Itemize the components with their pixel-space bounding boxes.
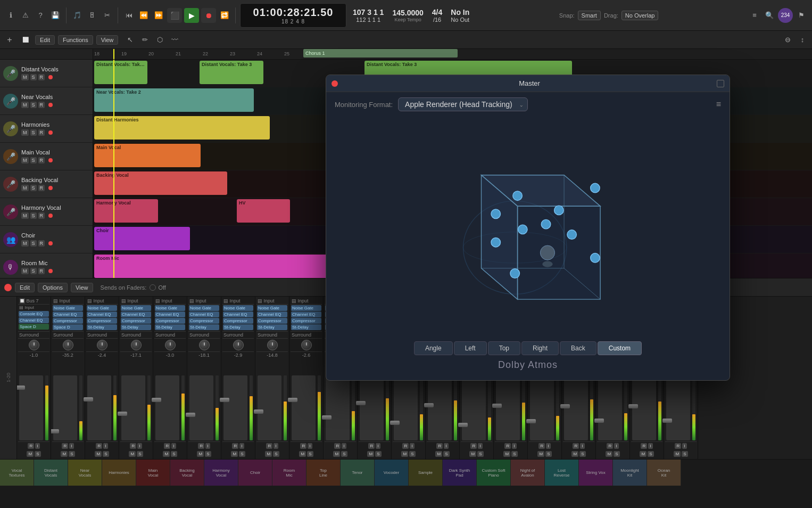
marquee-tool[interactable]: ⬡	[153, 34, 166, 46]
ch6-fx[interactable]: Noise GateChannel EQCompressorSt-Delay	[222, 305, 254, 332]
automation-tool[interactable]: 〰	[168, 34, 181, 46]
bottom-label-11[interactable]: Vocoder	[375, 460, 409, 486]
ch3-pan-knob[interactable]	[131, 340, 142, 350]
ch7-fx[interactable]: Noise GateChannel EQCompressorSt-Delay	[256, 305, 288, 332]
ch2-pan-knob[interactable]	[97, 340, 107, 350]
ch11-m-btn[interactable]: M	[401, 451, 408, 457]
fx-st-delay[interactable]: St-Delay	[121, 324, 151, 330]
ch6-fader[interactable]	[222, 358, 254, 441]
ch16-s-btn[interactable]: S	[579, 451, 585, 457]
ch6-fader-track[interactable]	[223, 375, 247, 440]
flag-icon[interactable]: ⚑	[795, 9, 808, 22]
bottom-label-0[interactable]: Vocal Textures	[0, 460, 34, 486]
ch4-fader-track[interactable]	[155, 375, 179, 440]
ch1-fader[interactable]	[52, 358, 84, 441]
ch11-r-btn[interactable]: R	[402, 443, 409, 449]
view-angle-btn[interactable]: Angle	[414, 341, 453, 355]
sends-toggle[interactable]: Off	[150, 284, 165, 291]
speaker-dot-5[interactable]	[491, 237, 501, 247]
ch4-pan[interactable]	[154, 339, 186, 352]
scroll-left-icon[interactable]	[4, 284, 12, 291]
ch15-r-btn[interactable]: R	[538, 443, 545, 449]
ch8-pan-knob[interactable]	[301, 340, 312, 350]
ch5-i-btn[interactable]: I	[205, 443, 210, 449]
ch12-fader-track[interactable]	[428, 375, 452, 440]
view-back-btn[interactable]: Back	[560, 341, 596, 355]
solo-btn-distant[interactable]: S	[30, 74, 37, 80]
fx-channel-eq[interactable]: Channel EQ	[121, 312, 151, 317]
bottom-label-15[interactable]: Night of Avalon	[511, 460, 545, 486]
view-custom-btn[interactable]: Custom	[598, 341, 642, 355]
mute-btn-distant[interactable]: M	[21, 74, 29, 80]
edit-button[interactable]: Edit	[35, 35, 55, 45]
ch19-s-btn[interactable]: S	[682, 451, 687, 457]
ch15-s-btn[interactable]: S	[545, 451, 551, 457]
track-header-backing-vocal[interactable]: 🎤 Backing Vocal M S R	[0, 170, 93, 198]
ch0-fx[interactable]: Console EQ Channel EQ Space D	[18, 310, 49, 332]
ch9-r-btn[interactable]: R	[334, 443, 341, 449]
ch16-fader-handle[interactable]	[560, 404, 570, 408]
list-icon[interactable]: ≡	[748, 9, 761, 22]
speaker-dot-2[interactable]	[513, 191, 523, 201]
save-icon[interactable]: 💾	[49, 9, 62, 22]
ch10-fader-track[interactable]	[360, 375, 384, 440]
fast-forward-icon[interactable]: ⏩	[152, 9, 165, 22]
ch11-fader-handle[interactable]	[390, 421, 400, 425]
ch17-fader-handle[interactable]	[594, 419, 604, 423]
ch3-fader-handle[interactable]	[118, 412, 127, 416]
record-btn-harmony[interactable]: R	[38, 212, 45, 219]
fx-channel-eq[interactable]: Channel EQ	[189, 312, 219, 317]
ch12-fader-handle[interactable]	[424, 403, 434, 407]
ch2-fader-track[interactable]	[87, 375, 111, 440]
fx-channel-eq[interactable]: Channel EQ	[155, 312, 185, 317]
record-btn-harmonies[interactable]: R	[38, 129, 45, 136]
ch8-fader-track[interactable]	[292, 375, 316, 440]
track-header-harmony-vocal[interactable]: 🎤 Harmony Vocal M S R	[0, 198, 93, 226]
ch8-s-btn[interactable]: S	[307, 451, 313, 457]
scissors-icon[interactable]: ✂	[101, 9, 113, 22]
ch0-fader-track[interactable]	[19, 375, 43, 440]
ch6-i-btn[interactable]: I	[239, 443, 244, 449]
ch4-fader[interactable]	[154, 358, 186, 441]
fx-st-delay[interactable]: St-Delay	[155, 324, 185, 330]
ch6-pan-knob[interactable]	[233, 340, 244, 350]
ch19-i-btn[interactable]: I	[682, 443, 686, 449]
ch2-pan[interactable]	[86, 339, 118, 352]
mute-btn-main[interactable]: M	[21, 157, 29, 163]
ch11-fader-track[interactable]	[394, 375, 418, 440]
view-top-btn[interactable]: Top	[488, 341, 520, 355]
ch7-fader-handle[interactable]	[254, 409, 263, 414]
fx-noise-gate[interactable]: Noise Gate	[53, 305, 83, 311]
ch7-m-btn[interactable]: M	[265, 451, 272, 457]
fx-noise-gate[interactable]: Noise Gate	[223, 305, 253, 311]
fx-noise-gate[interactable]: Noise Gate	[257, 305, 287, 311]
zoom-minus[interactable]: ⊖	[781, 34, 794, 46]
ch13-fader-track[interactable]	[462, 375, 486, 440]
fx-compressor[interactable]: Compressor	[257, 318, 287, 324]
ch2-fx[interactable]: Noise GateChannel EQCompressorSt-Delay	[86, 305, 118, 332]
bottom-label-6[interactable]: Harmony Vocal	[204, 460, 238, 486]
ch5-fader[interactable]	[188, 358, 220, 441]
fx-compressor[interactable]: Compressor	[87, 318, 117, 324]
search-icon[interactable]: 🔍	[763, 9, 776, 22]
speaker-dot-8[interactable]	[567, 230, 577, 240]
ch7-pan[interactable]	[256, 339, 288, 352]
clip-choir-1[interactable]: Choir	[94, 227, 190, 250]
ch5-s-btn[interactable]: S	[205, 451, 211, 457]
ch5-pan-knob[interactable]	[199, 340, 210, 350]
fx-compressor[interactable]: Compressor	[291, 318, 321, 324]
ch7-fader-track[interactable]	[258, 375, 281, 440]
fx-noise-gate[interactable]: Noise Gate	[291, 305, 321, 311]
clip-hv-1[interactable]: Harmony Vocal	[94, 199, 158, 223]
ch5-m-btn[interactable]: M	[197, 451, 204, 457]
speaker-dot-9[interactable]	[510, 269, 520, 278]
fx-channel-eq[interactable]: Channel EQ	[87, 312, 117, 317]
ch17-i-btn[interactable]: I	[614, 443, 618, 449]
ch9-m-btn[interactable]: M	[333, 451, 340, 457]
ch15-fader-track[interactable]	[530, 375, 554, 440]
ch0-pan-knob[interactable]	[29, 340, 39, 350]
ch7-r-btn[interactable]: R	[266, 443, 272, 449]
bottom-label-18[interactable]: Moonlight Kit	[613, 460, 647, 486]
fx-channel-eq[interactable]: Channel EQ	[223, 312, 253, 317]
ch6-r-btn[interactable]: R	[232, 443, 238, 449]
